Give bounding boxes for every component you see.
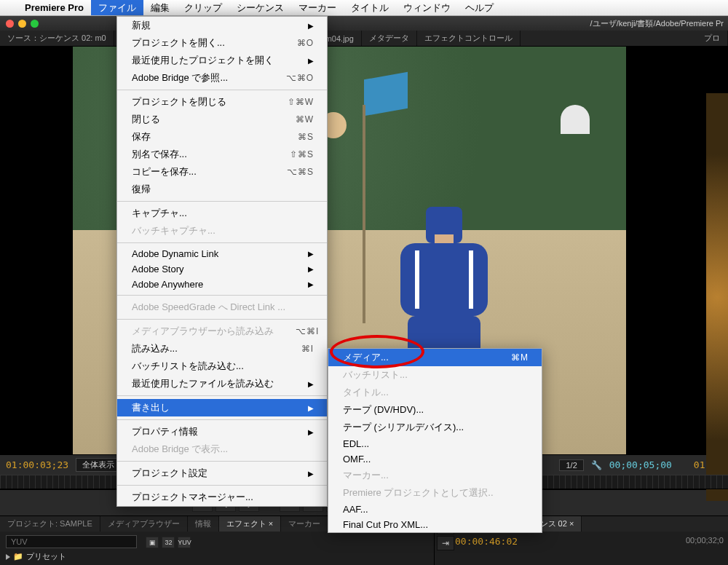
tab-source[interactable]: ソース：シーケンス 02: m0 <box>0 31 114 46</box>
tab-effect-controls[interactable]: エフェクトコントロール <box>417 31 521 46</box>
file-menu-item-13: バッチキャプチャ... <box>117 222 327 240</box>
export-menu-item-7: マーカー... <box>328 467 542 484</box>
tab-effects[interactable]: エフェクト × <box>219 516 281 532</box>
minimize-icon[interactable] <box>18 20 26 28</box>
menu-clip[interactable]: クリップ <box>177 0 229 15</box>
menu-file[interactable]: ファイル <box>91 0 143 15</box>
file-menu-item-29: Adobe Bridge で表示... <box>117 440 327 458</box>
file-menu-item-28[interactable]: プロパティ情報▶ <box>117 423 327 440</box>
close-icon[interactable] <box>6 20 14 28</box>
source-tabs: ソース：シーケンス 02: m0 m04.jpg メタデータ エフェクトコントロ… <box>0 31 728 47</box>
file-menu-item-8[interactable]: 別名で保存...⇧⌘S <box>117 146 327 163</box>
file-menu-item-26[interactable]: 書き出し▶ <box>117 399 327 416</box>
program-monitor-edge <box>706 93 728 501</box>
file-menu-item-12[interactable]: キャプチャ... <box>117 205 327 222</box>
folder-icon: 📁 <box>13 552 23 561</box>
tab-metadata[interactable]: メタデータ <box>362 31 417 46</box>
file-menu-item-21: メディアブラウザーから読み込み⌥⌘I <box>117 323 327 340</box>
menu-sequence[interactable]: シーケンス <box>229 0 291 15</box>
tab-info[interactable]: 情報 <box>188 516 219 532</box>
zoom-icon[interactable] <box>31 20 39 28</box>
file-menu-item-19: Adobe SpeedGrade へ Direct Link ... <box>117 299 327 316</box>
file-menu-item-23[interactable]: バッチリストを読み込む... <box>117 357 327 375</box>
effects-search-input[interactable] <box>6 535 137 548</box>
preset-label[interactable]: プリセット <box>26 551 66 562</box>
sequence-timecode[interactable]: 00:00:46:02 <box>455 536 518 547</box>
tab-markers[interactable]: マーカー <box>281 516 328 532</box>
file-menu-item-5[interactable]: プロジェクトを閉じる⇧⌘W <box>117 93 327 111</box>
file-menu-item-15[interactable]: Adobe Dynamic Link▶ <box>117 246 327 261</box>
ruler-timecode: 00;00;32;0 <box>686 536 724 545</box>
export-menu-item-3[interactable]: テープ (DV/HDV)... <box>328 401 542 419</box>
export-menu-item-0[interactable]: メディア...⌘M <box>328 349 542 366</box>
fx-accel-icon[interactable]: ▣ <box>146 537 159 548</box>
export-menu-item-9[interactable]: AAF... <box>328 502 542 517</box>
export-menu-item-5[interactable]: EDL... <box>328 436 542 451</box>
tab-program[interactable]: プロ <box>697 31 728 46</box>
export-menu-item-2: タイトル... <box>328 384 542 401</box>
file-menu-item-3[interactable]: Adobe Bridge で参照...⌥⌘O <box>117 69 327 87</box>
fx-32bit-icon[interactable]: 32 <box>162 537 175 548</box>
file-menu-item-2[interactable]: 最近使用したプロジェクトを開く▶ <box>117 52 327 69</box>
file-menu-item-7[interactable]: 保存⌘S <box>117 128 327 146</box>
file-menu-item-22[interactable]: 読み込み...⌘I <box>117 340 327 357</box>
wrench-icon[interactable]: 🔧 <box>591 460 602 470</box>
timeline-panel: 00:00:46:02 00;00;32;0 <box>434 532 728 565</box>
menu-help[interactable]: ヘルプ <box>458 0 501 15</box>
file-menu-item-16[interactable]: Adobe Story▶ <box>117 261 327 277</box>
mac-menubar: Premiere Pro ファイル 編集 クリップ シーケンス マーカー タイト… <box>0 0 728 16</box>
fx-yuv-icon[interactable]: YUV <box>178 537 191 548</box>
file-dropdown: 新規▶プロジェクトを開く...⌘O最近使用したプロジェクトを開く▶Adobe B… <box>116 16 328 507</box>
duration-timecode[interactable]: 00;00;05;00 <box>609 459 672 470</box>
export-menu-item-8: Premiere プロジェクトとして選択.. <box>328 484 542 502</box>
tab-project[interactable]: プロジェクト: SAMPLE <box>0 516 100 532</box>
bottom-panels: ▣ 32 YUV 📁 プリセット 00:00:46:02 00;00;32;0 <box>0 532 728 565</box>
file-menu-item-0[interactable]: 新規▶ <box>117 17 327 34</box>
app-name[interactable]: Premiere Pro <box>17 2 91 13</box>
menu-marker[interactable]: マーカー <box>291 0 344 15</box>
fit-selector[interactable]: 全体表示 <box>76 458 121 472</box>
track-select-tool-icon[interactable]: ⇥ <box>437 536 454 550</box>
in-timecode[interactable]: 01:00:03;23 <box>6 459 68 470</box>
export-menu-item-10[interactable]: Final Cut Pro XML... <box>328 517 542 532</box>
export-submenu: メディア...⌘Mバッチリスト...タイトル...テープ (DV/HDV)...… <box>328 348 542 533</box>
file-menu-item-31[interactable]: プロジェクト設定▶ <box>117 465 327 482</box>
file-menu-item-1[interactable]: プロジェクトを開く...⌘O <box>117 34 327 52</box>
export-menu-item-1: バッチリスト... <box>328 366 542 384</box>
file-menu-item-10[interactable]: 復帰 <box>117 181 327 198</box>
menu-window[interactable]: ウィンドウ <box>396 0 458 15</box>
file-menu-item-9[interactable]: コピーを保存...⌥⌘S <box>117 163 327 181</box>
window-path: /ユーザ/kenji/書類/Adobe/Premiere Pr <box>590 18 724 29</box>
resolution-selector[interactable]: 1/2 <box>559 459 583 471</box>
file-menu-item-17[interactable]: Adobe Anywhere▶ <box>117 277 327 292</box>
window-titlebar: /ユーザ/kenji/書類/Adobe/Premiere Pr <box>0 16 728 31</box>
export-menu-item-6[interactable]: OMF... <box>328 451 542 467</box>
effects-panel: ▣ 32 YUV 📁 プリセット <box>0 532 434 565</box>
export-menu-item-4[interactable]: テープ (シリアルデバイス)... <box>328 419 542 436</box>
file-menu-item-6[interactable]: 閉じる⌘W <box>117 111 327 128</box>
file-menu-item-24[interactable]: 最近使用したファイルを読み込む▶ <box>117 375 327 392</box>
menu-edit[interactable]: 編集 <box>143 0 177 15</box>
flag-graphic <box>364 72 408 116</box>
tab-media-browser[interactable]: メディアブラウザー <box>100 516 188 532</box>
disclosure-icon[interactable] <box>6 554 10 560</box>
file-menu-item-33[interactable]: プロジェクトマネージャー... <box>117 489 327 506</box>
menu-title[interactable]: タイトル <box>344 0 396 15</box>
